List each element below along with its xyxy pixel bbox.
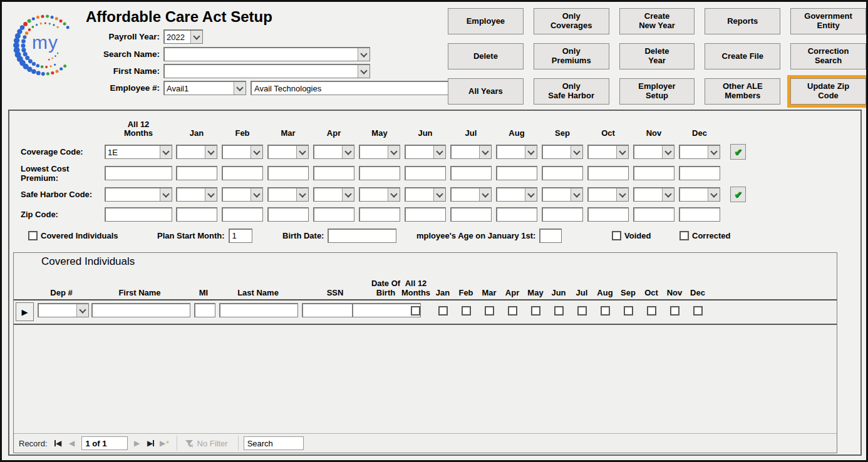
dropdown-arrow-icon[interactable]	[525, 188, 537, 201]
employee-button[interactable]: Employee	[448, 8, 524, 34]
dropdown-arrow-icon[interactable]	[342, 146, 354, 158]
dropdown-arrow-icon[interactable]	[251, 188, 262, 201]
dropdown-arrow-icon[interactable]	[76, 304, 88, 317]
coverage-code-jun-combo[interactable]	[405, 145, 446, 159]
lowest-cost-premium-feb-input[interactable]	[222, 166, 263, 180]
dropdown-arrow-icon[interactable]	[205, 188, 217, 201]
ci-apr-checkbox[interactable]	[508, 306, 517, 316]
safe-harbor-code-nov-combo[interactable]	[633, 187, 674, 202]
dropdown-arrow-icon[interactable]	[160, 188, 172, 201]
delete-button[interactable]: Delete	[448, 43, 524, 69]
lowest-cost-premium-may-input[interactable]	[359, 166, 400, 180]
ci-jul-checkbox[interactable]	[577, 306, 587, 316]
only-coverages-button[interactable]: Only Coverages	[534, 8, 609, 34]
lowest-cost-premium-nov-input[interactable]	[633, 166, 674, 180]
ci-dec-checkbox[interactable]	[693, 306, 703, 316]
only-safe-harbor-button[interactable]: Only Safe Harbor	[534, 78, 609, 105]
dropdown-arrow-icon[interactable]	[662, 188, 674, 201]
zip-code-jan-input[interactable]	[176, 207, 217, 222]
safe-harbor-code-jul-combo[interactable]	[450, 187, 492, 202]
birth-date-field[interactable]	[328, 228, 396, 243]
zip-code-nov-input[interactable]	[633, 207, 674, 222]
first-name-input[interactable]	[91, 303, 190, 317]
ci-jun-checkbox[interactable]	[554, 306, 564, 316]
zip-code-jun-input[interactable]	[405, 207, 446, 222]
employee-age-field[interactable]	[539, 228, 562, 243]
mi-input[interactable]	[194, 303, 215, 317]
lowest-cost-premium-apr-input[interactable]	[313, 166, 354, 180]
safe-harbor-code-apr-combo[interactable]	[313, 187, 354, 202]
dropdown-arrow-icon[interactable]	[662, 146, 674, 158]
coverage-code-nov-combo[interactable]	[633, 145, 674, 159]
zip-code-jul-input[interactable]	[450, 207, 492, 222]
dropdown-arrow-icon[interactable]	[479, 146, 491, 158]
dropdown-arrow-icon[interactable]	[616, 146, 628, 158]
coverage-code-dec-combo[interactable]	[679, 145, 720, 159]
previous-record-button[interactable]: ◀	[65, 436, 79, 450]
dropdown-arrow-icon[interactable]	[205, 146, 217, 158]
coverage-code-feb-combo[interactable]	[222, 145, 263, 159]
zip-code-apr-input[interactable]	[313, 207, 354, 222]
coverage-code-jan-combo[interactable]	[176, 145, 217, 159]
safe-harbor-code-mar-combo[interactable]	[267, 187, 309, 202]
dropdown-arrow-icon[interactable]	[358, 65, 369, 78]
delete-year-button[interactable]: Delete Year	[619, 43, 695, 69]
next-record-button[interactable]: ▶	[130, 436, 144, 450]
search-name-combo[interactable]	[163, 47, 370, 61]
safe-harbor-code-oct-combo[interactable]	[587, 187, 629, 202]
dropdown-arrow-icon[interactable]	[708, 146, 720, 158]
safe-harbor-code-apply-check-button[interactable]: ✔	[730, 187, 746, 202]
plan-start-month-field[interactable]: 1	[229, 228, 252, 243]
coverage-code-apr-combo[interactable]	[313, 145, 354, 159]
dropdown-arrow-icon[interactable]	[160, 146, 172, 158]
zip-code-feb-input[interactable]	[222, 207, 263, 222]
employee-company-field[interactable]: Avail Technologies	[251, 81, 448, 95]
dropdown-arrow-icon[interactable]	[571, 188, 582, 201]
safe-harbor-code-may-combo[interactable]	[359, 187, 400, 202]
lowest-cost-premium-dec-input[interactable]	[679, 166, 720, 180]
coverage-code-jul-combo[interactable]	[450, 145, 492, 159]
dropdown-arrow-icon[interactable]	[296, 146, 308, 158]
corrected-checkbox[interactable]	[679, 231, 689, 240]
coverage-code-mar-combo[interactable]	[267, 145, 309, 159]
coverage-code-aug-combo[interactable]	[496, 145, 537, 159]
new-record-button[interactable]: ▶*	[158, 436, 172, 450]
lowest-cost-premium-jul-input[interactable]	[450, 166, 492, 180]
safe-harbor-code-aug-combo[interactable]	[496, 187, 537, 202]
record-position-box[interactable]: 1 of 1	[81, 436, 128, 450]
dropdown-arrow-icon[interactable]	[571, 146, 582, 158]
covered-individuals-checkbox[interactable]	[28, 231, 38, 240]
zip-code-oct-input[interactable]	[587, 207, 629, 222]
last-name-input[interactable]	[219, 303, 298, 317]
lowest-cost-premium-mar-input[interactable]	[267, 166, 309, 180]
zip-code-dec-input[interactable]	[679, 207, 720, 222]
zip-code-sep-input[interactable]	[542, 207, 583, 222]
zip-code-mar-input[interactable]	[267, 207, 309, 222]
dropdown-arrow-icon[interactable]	[479, 188, 491, 201]
reports-button[interactable]: Reports	[705, 8, 780, 34]
create-file-button[interactable]: Create File	[705, 43, 780, 69]
safe-harbor-code-jun-combo[interactable]	[405, 187, 446, 202]
employer-setup-button[interactable]: Employer Setup	[619, 78, 695, 105]
ci-mar-checkbox[interactable]	[485, 306, 494, 316]
dropdown-arrow-icon[interactable]	[525, 146, 537, 158]
dropdown-arrow-icon[interactable]	[433, 188, 445, 201]
dropdown-arrow-icon[interactable]	[358, 48, 369, 61]
ci-jan-checkbox[interactable]	[438, 306, 448, 316]
zip-code-all-12-months-input[interactable]	[105, 207, 172, 222]
lowest-cost-premium-jan-input[interactable]	[176, 166, 217, 180]
dropdown-arrow-icon[interactable]	[234, 82, 245, 95]
last-record-button[interactable]: ▶	[144, 436, 158, 450]
employee-no-combo[interactable]: Avail1	[163, 81, 246, 95]
dropdown-arrow-icon[interactable]	[433, 146, 445, 158]
safe-harbor-code-jan-combo[interactable]	[176, 187, 217, 202]
coverage-code-apply-check-button[interactable]: ✔	[730, 144, 746, 160]
payroll-year-combo[interactable]: 2022	[163, 29, 203, 44]
first-record-button[interactable]: ◀	[51, 436, 65, 450]
safe-harbor-code-dec-combo[interactable]	[679, 187, 720, 202]
ci-sep-checkbox[interactable]	[624, 306, 633, 316]
lowest-cost-premium-oct-input[interactable]	[587, 166, 629, 180]
dropdown-arrow-icon[interactable]	[388, 188, 400, 201]
dropdown-arrow-icon[interactable]	[251, 146, 262, 158]
zip-code-aug-input[interactable]	[496, 207, 537, 222]
